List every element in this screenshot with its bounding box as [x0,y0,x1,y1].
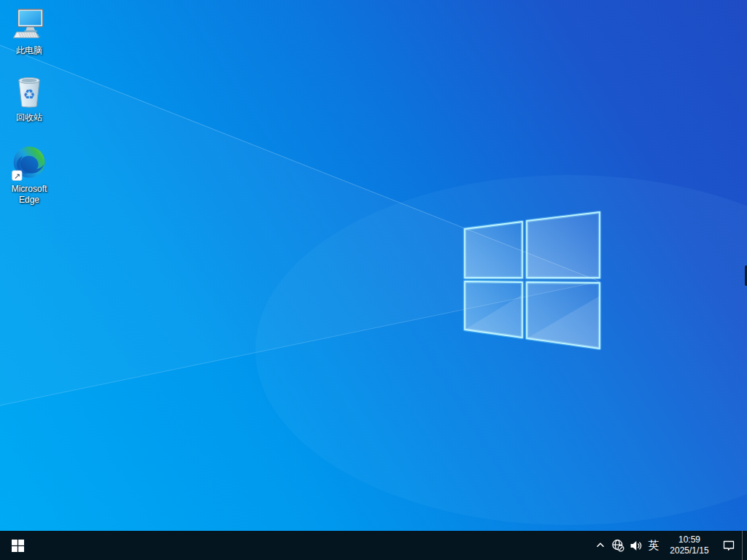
desktop-icon-label: Microsoft Edge [3,184,55,206]
edge-browser-icon: ↗ [11,145,47,182]
wallpaper-art [0,0,747,560]
desktop-icon-this-pc[interactable]: 此电脑 [1,7,58,56]
taskbar-empty-area [35,531,592,560]
desktop-icon-microsoft-edge[interactable]: ↗ Microsoft Edge [1,145,58,206]
windows-logo-icon [12,540,24,552]
network-status-button[interactable] [609,531,627,560]
computer-monitor-icon [11,7,47,43]
recycle-bin-icon: ♻ [11,74,47,110]
wallpaper [0,0,747,560]
volume-button[interactable] [627,531,644,560]
chevron-up-icon [595,540,606,551]
start-button[interactable] [0,531,35,560]
desktop-icon-label: 回收站 [16,112,42,123]
windows-desktop: 此电脑 ♻ 回收站 [0,0,747,560]
system-tray: 英 10:59 2025/1/15 [592,531,747,560]
svg-text:♻: ♻ [23,87,36,102]
svg-text:↗: ↗ [14,171,20,181]
clock-time: 10:59 [678,534,700,545]
taskbar: 英 10:59 2025/1/15 [0,531,747,560]
speaker-icon [630,540,642,552]
taskbar-clock[interactable]: 10:59 2025/1/15 [663,531,716,560]
clock-date: 2025/1/15 [670,545,708,556]
action-center-button[interactable] [716,531,742,560]
desktop-icon-label: 此电脑 [16,45,42,56]
desktop-icon-recycle-bin[interactable]: ♻ 回收站 [1,74,58,123]
show-desktop-button[interactable] [742,531,747,560]
hidden-icons-chevron-button[interactable] [592,531,609,560]
globe-no-internet-icon [611,539,624,552]
ime-language-indicator[interactable]: 英 [644,531,663,560]
notification-bubble-icon [722,539,735,552]
